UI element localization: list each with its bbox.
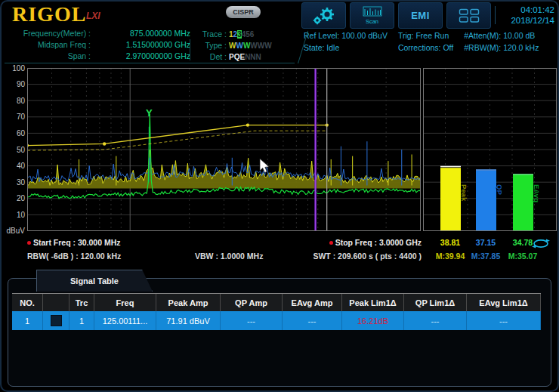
col-header-select — [43, 294, 69, 311]
vbw-readout: VBW : 1.0000 MHz — [195, 252, 263, 261]
det-label: Det : — [193, 52, 227, 61]
y-tick-70: 70 — [3, 113, 25, 121]
meter-bar-peak — [440, 168, 461, 230]
gear-icon — [311, 6, 337, 26]
trigger: Trig: Free Run — [398, 29, 453, 42]
y-axis-unit: dBuV — [3, 227, 25, 235]
type-3: W — [243, 42, 250, 50]
start-freq-dot — [27, 241, 31, 245]
spectrum-plot: Y — [27, 68, 421, 231]
trace-numbers[interactable]: 123456 — [229, 29, 254, 39]
atten: #Atten(M): 10.00 dB — [464, 29, 539, 42]
meter-max-qp: M:37.85 — [471, 252, 501, 261]
frequency-meter-value: 875.000000 MHz — [91, 29, 190, 40]
cispr-button[interactable]: CISPR — [226, 6, 261, 18]
midspan-freq-label: Midspan Freq : — [5, 40, 91, 51]
y-tick-40: 40 — [3, 162, 25, 170]
y-tick-80: 80 — [3, 97, 25, 105]
lxi-badge: LXI — [86, 11, 100, 21]
swt-readout: SWT : 209.600 s ( pts : 4400 ) — [291, 252, 422, 261]
cell-3: 125.00111... — [94, 311, 156, 330]
type-6: W — [264, 42, 271, 50]
cell-7: 16.21dB — [342, 311, 404, 330]
meter-bar-eavg — [513, 174, 533, 230]
start-freq: Start Freq : 30.000 MHz — [27, 238, 121, 247]
y-tick-30: 30 — [3, 178, 25, 187]
header-divider — [190, 39, 190, 60]
det-6: N — [256, 53, 261, 61]
col-header-EAvg Amp: EAvg Amp — [283, 294, 342, 311]
window-layout-button[interactable] — [446, 2, 491, 29]
col-header-NO.: NO. — [12, 294, 43, 311]
meter-bar-qp — [476, 171, 496, 230]
corrections: Corrections: Off — [398, 42, 453, 54]
col-header-Peak Amp: Peak Amp — [156, 294, 221, 311]
y-tick-50: 50 — [3, 146, 25, 154]
stop-freq: Stop Freq : 3.0000 GHz — [287, 238, 422, 247]
clock-separator — [495, 6, 496, 24]
scan-button-label: Scan — [366, 18, 378, 25]
status-col-ref: Ref Level: 100.00 dBuV State: Idle — [304, 29, 388, 54]
det-1: P — [229, 53, 234, 61]
rbw-m: #RBW(M): 120.0 kHz — [464, 42, 539, 54]
col-header-EAvg Lim1Δ: EAvg Lim1Δ — [467, 294, 541, 311]
cell-6: --- — [283, 311, 342, 330]
cell-select[interactable] — [43, 311, 69, 330]
cell-4: 71.91 dBuV — [156, 311, 221, 330]
clock: 04:01:42 2018/12/14 — [499, 5, 554, 26]
type-row: Type : WWWWWW — [193, 39, 299, 51]
span-label: Span : — [5, 51, 91, 63]
col-header-Peak Lim1Δ: Peak Lim1Δ — [342, 294, 404, 311]
status-col-trig: Trig: Free Run Corrections: Off — [398, 29, 453, 54]
scan-button[interactable]: Scan — [350, 2, 394, 29]
type-4: W — [250, 42, 257, 50]
mouse-cursor — [258, 158, 272, 174]
emi-mode-button[interactable]: EMI — [398, 2, 443, 29]
emi-button-label: EMI — [411, 10, 430, 21]
clock-time: 04:01:42 — [499, 5, 554, 15]
meter-max-peak: M:39.94 — [436, 252, 465, 261]
meter-bar-label-eavg: EAvg — [533, 184, 541, 202]
det-row: Det : PQENNN — [193, 51, 299, 62]
midspan-freq-value: 1.515000000 GHz — [91, 40, 190, 51]
trace-6[interactable]: 6 — [250, 30, 255, 39]
meter-max-eavg: M:35.07 — [508, 252, 538, 261]
stop-freq-dot — [329, 241, 333, 245]
meter-bar-label-qp: QP — [496, 184, 504, 195]
row-checkbox[interactable] — [51, 315, 62, 326]
span-row: Span : 2.970000000 GHz — [5, 51, 190, 63]
det-5: N — [250, 53, 255, 61]
settings-button[interactable] — [301, 2, 346, 29]
midspan-freq-row: Midspan Freq : 1.515000000 GHz — [5, 40, 190, 51]
header-underline — [5, 63, 295, 63]
analyzer-screen: RIGOL LXI CISPR — [0, 0, 559, 392]
frequency-meter-row: Frequency(Meter) : 875.000000 MHz — [5, 29, 190, 40]
cell-8: --- — [404, 311, 467, 330]
meter-value-qp: 37.15 — [476, 238, 496, 247]
frequency-meter-label: Frequency(Meter) : — [5, 29, 91, 40]
refresh-icon[interactable] — [532, 239, 550, 248]
meter-value-eavg: 34.78 — [513, 238, 533, 247]
signal-table-row[interactable]: 11125.00111...71.91 dBuV------16.21dB---… — [12, 311, 541, 330]
cell-5: --- — [221, 311, 283, 330]
signal-table-tab[interactable]: Signal Table — [36, 270, 153, 292]
marker-glyph: Y — [146, 107, 153, 119]
type-label: Type : — [193, 41, 227, 50]
status-col-atten: #Atten(M): 10.00 dB #RBW(M): 120.0 kHz — [464, 29, 539, 54]
trace-row: Trace : 123456 — [193, 28, 299, 39]
cell-0: 1 — [12, 311, 43, 330]
trace-types: WWWWWW — [229, 41, 272, 50]
span-value: 2.970000000 GHz — [91, 51, 190, 63]
meter-bar-panel: PeakQPEAvg — [423, 68, 557, 231]
type-5: W — [258, 42, 264, 50]
y-tick-20: 20 — [3, 194, 25, 202]
meter-bar-label-peak: Peak — [460, 184, 468, 202]
clock-date: 2018/12/14 — [499, 15, 554, 26]
cell-2: 1 — [69, 311, 94, 330]
meter-value-peak: 38.81 — [440, 238, 460, 247]
window-layout-icon — [459, 8, 480, 23]
y-tick-10: 10 — [3, 211, 25, 219]
ref-level: Ref Level: 100.00 dBuV — [304, 29, 388, 42]
col-header-QP Amp: QP Amp — [221, 294, 283, 311]
rigol-logo: RIGOL — [12, 2, 86, 26]
